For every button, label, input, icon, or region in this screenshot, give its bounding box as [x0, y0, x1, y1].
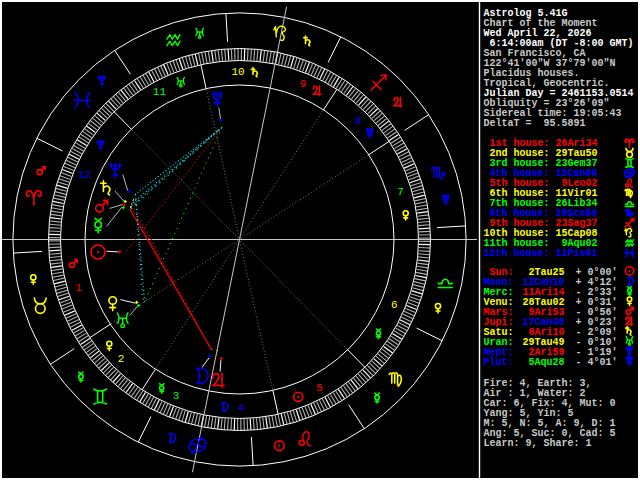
svg-text:10: 10 — [231, 66, 244, 78]
svg-text:3: 3 — [173, 390, 180, 402]
svg-text:7: 7 — [397, 186, 404, 198]
svg-text:8: 8 — [355, 115, 362, 127]
svg-text:- 4°01': - 4°01' — [576, 357, 618, 368]
svg-text:12: 12 — [78, 169, 91, 181]
svg-text:DeltaT = 95.5891: DeltaT = 95.5891 — [484, 118, 586, 129]
svg-text:11: 11 — [153, 86, 167, 98]
svg-text:4: 4 — [238, 402, 245, 414]
svg-text:Plut:: Plut: — [484, 357, 514, 368]
svg-text:6: 6 — [391, 299, 398, 311]
svg-text:5Aqu28: 5Aqu28 — [523, 357, 565, 368]
svg-text:9: 9 — [300, 78, 307, 90]
svg-text:5: 5 — [316, 382, 323, 394]
svg-text:12th house: 11Pis01: 12th house: 11Pis01 — [484, 248, 598, 259]
svg-text:2: 2 — [118, 353, 125, 365]
svg-text:Learn: 9, Share: 1: Learn: 9, Share: 1 — [484, 438, 592, 449]
svg-text:1: 1 — [75, 282, 82, 294]
